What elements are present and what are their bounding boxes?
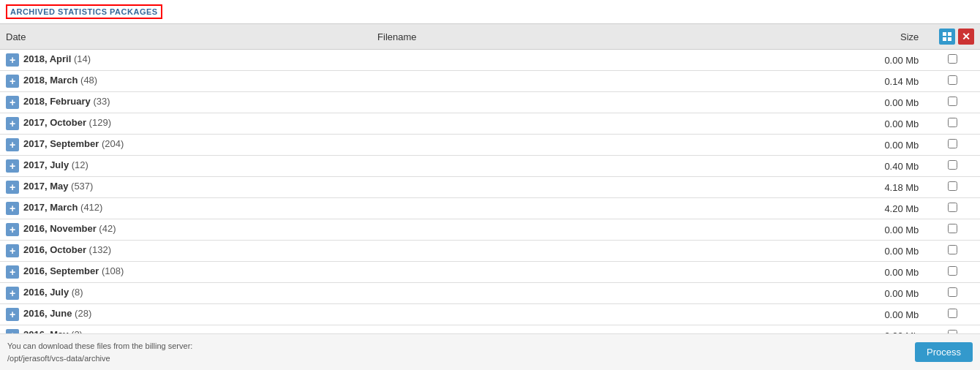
archived-packages-table: Date Filename Size [0, 23, 980, 368]
table-row: 2016, October (132)0.00 Mb [0, 241, 980, 262]
table-row: 2018, March (48)0.14 Mb [0, 71, 980, 92]
date-label: 2017, September [23, 138, 99, 149]
expand-button[interactable] [6, 181, 19, 194]
size-cell: 0.00 Mb [813, 304, 925, 325]
date-cell: 2017, May (537) [0, 177, 372, 198]
checkbox-cell [924, 198, 980, 219]
col-header-actions: ✕ [924, 24, 980, 50]
row-checkbox[interactable] [948, 309, 957, 318]
expand-button[interactable] [6, 96, 19, 109]
filename-cell [372, 135, 813, 156]
table-row: 2016, September (108)0.00 Mb [0, 262, 980, 283]
checkbox-cell [924, 283, 980, 304]
date-label: 2017, October [23, 117, 86, 128]
svg-rect-1 [948, 32, 951, 36]
size-cell: 4.20 Mb [813, 198, 925, 219]
checkbox-cell [924, 92, 980, 113]
date-cell: 2016, July (8) [0, 283, 372, 304]
size-cell: 4.18 Mb [813, 177, 925, 198]
date-cell: 2016, November (42) [0, 219, 372, 241]
date-label: 2018, March [23, 75, 78, 86]
date-cell: 2018, March (48) [0, 71, 372, 92]
row-checkbox[interactable] [948, 97, 957, 106]
expand-button[interactable] [6, 287, 19, 300]
date-cell: 2018, April (14) [0, 50, 372, 71]
row-checkbox[interactable] [948, 287, 957, 297]
size-cell: 0.00 Mb [813, 135, 925, 156]
filename-cell [372, 50, 813, 71]
process-button[interactable]: Process [915, 342, 973, 362]
date-count: (42) [97, 223, 116, 234]
filename-cell [372, 113, 813, 135]
close-button[interactable]: ✕ [958, 29, 974, 45]
checkbox-cell [924, 50, 980, 71]
date-count: (12) [69, 159, 88, 170]
filename-cell [372, 241, 813, 262]
checkbox-cell [924, 135, 980, 156]
date-count: (33) [91, 96, 110, 107]
date-label: 2016, October [23, 244, 86, 255]
table-row: 2016, June (28)0.00 Mb [0, 304, 980, 325]
checkbox-cell [924, 156, 980, 177]
expand-button[interactable] [6, 265, 19, 279]
date-count: (8) [69, 287, 83, 298]
date-label: 2016, November [23, 223, 97, 234]
expand-button[interactable] [6, 308, 19, 321]
col-header-date: Date [0, 24, 372, 50]
row-checkbox[interactable] [948, 139, 957, 148]
expand-button[interactable] [6, 159, 19, 173]
row-checkbox[interactable] [948, 54, 957, 64]
row-checkbox[interactable] [948, 266, 957, 276]
row-checkbox[interactable] [948, 203, 957, 212]
date-count: (28) [72, 308, 92, 319]
table-row: 2016, July (8)0.00 Mb [0, 283, 980, 304]
size-cell: 0.14 Mb [813, 71, 925, 92]
table-row: 2018, April (14)0.00 Mb [0, 50, 980, 71]
checkbox-cell [924, 113, 980, 135]
expand-button[interactable] [6, 53, 19, 67]
row-checkbox[interactable] [948, 75, 957, 85]
date-cell: 2017, October (129) [0, 113, 372, 135]
table-row: 2018, February (33)0.00 Mb [0, 92, 980, 113]
row-checkbox[interactable] [948, 118, 957, 127]
date-count: (412) [78, 202, 102, 213]
size-cell: 0.00 Mb [813, 50, 925, 71]
row-checkbox[interactable] [948, 160, 957, 170]
date-count: (204) [99, 138, 124, 149]
page-wrapper: ARCHIVED STATISTICS PACKAGES Date Filena… [0, 0, 980, 370]
filename-cell [372, 283, 813, 304]
table-row: 2017, October (129)0.00 Mb [0, 113, 980, 135]
date-count: (48) [78, 75, 97, 86]
filename-cell [372, 198, 813, 219]
filename-cell [372, 177, 813, 198]
row-checkbox[interactable] [948, 245, 957, 254]
expand-button[interactable] [6, 138, 19, 151]
filename-cell [372, 262, 813, 283]
table-row: 2017, March (412)4.20 Mb [0, 198, 980, 219]
footer-text: You can download these files from the bi… [7, 340, 192, 364]
row-checkbox[interactable] [948, 181, 957, 191]
size-cell: 0.00 Mb [813, 262, 925, 283]
select-all-button[interactable] [939, 29, 955, 45]
expand-button[interactable] [6, 75, 19, 88]
col-header-filename: Filename [372, 24, 813, 50]
date-count: (108) [99, 265, 124, 276]
table-row: 2016, November (42)0.00 Mb [0, 219, 980, 241]
date-label: 2018, February [23, 96, 91, 107]
expand-button[interactable] [6, 223, 19, 236]
date-cell: 2016, October (132) [0, 241, 372, 262]
date-cell: 2018, February (33) [0, 92, 372, 113]
table-icon [942, 31, 952, 42]
date-label: 2017, May [23, 181, 68, 192]
col-header-size: Size [813, 24, 925, 50]
expand-button[interactable] [6, 202, 19, 215]
date-cell: 2016, September (108) [0, 262, 372, 283]
footer: You can download these files from the bi… [0, 333, 980, 370]
svg-rect-2 [943, 37, 946, 41]
table-row: 2017, September (204)0.00 Mb [0, 135, 980, 156]
expand-button[interactable] [6, 117, 19, 130]
row-checkbox[interactable] [948, 224, 957, 233]
date-count: (14) [71, 53, 91, 64]
expand-button[interactable] [6, 244, 19, 257]
table-row: 2017, May (537)4.18 Mb [0, 177, 980, 198]
